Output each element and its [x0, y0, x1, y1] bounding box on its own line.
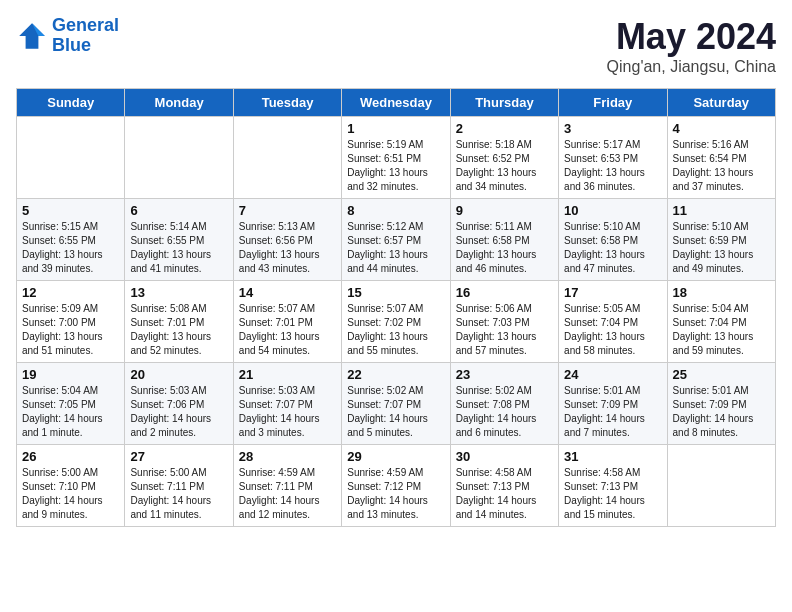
- calendar-day-cell: 4Sunrise: 5:16 AM Sunset: 6:54 PM Daylig…: [667, 117, 775, 199]
- day-info: Sunrise: 5:10 AM Sunset: 6:58 PM Dayligh…: [564, 220, 661, 276]
- day-info: Sunrise: 5:07 AM Sunset: 7:01 PM Dayligh…: [239, 302, 336, 358]
- day-info: Sunrise: 5:12 AM Sunset: 6:57 PM Dayligh…: [347, 220, 444, 276]
- calendar-day-cell: 15Sunrise: 5:07 AM Sunset: 7:02 PM Dayli…: [342, 281, 450, 363]
- day-info: Sunrise: 5:16 AM Sunset: 6:54 PM Dayligh…: [673, 138, 770, 194]
- calendar-day-cell: 7Sunrise: 5:13 AM Sunset: 6:56 PM Daylig…: [233, 199, 341, 281]
- day-info: Sunrise: 5:18 AM Sunset: 6:52 PM Dayligh…: [456, 138, 553, 194]
- day-number: 26: [22, 449, 119, 464]
- calendar-day-cell: [125, 117, 233, 199]
- day-number: 25: [673, 367, 770, 382]
- day-info: Sunrise: 5:04 AM Sunset: 7:04 PM Dayligh…: [673, 302, 770, 358]
- calendar-day-cell: 26Sunrise: 5:00 AM Sunset: 7:10 PM Dayli…: [17, 445, 125, 527]
- day-number: 1: [347, 121, 444, 136]
- day-number: 12: [22, 285, 119, 300]
- day-info: Sunrise: 4:58 AM Sunset: 7:13 PM Dayligh…: [456, 466, 553, 522]
- calendar-day-cell: 27Sunrise: 5:00 AM Sunset: 7:11 PM Dayli…: [125, 445, 233, 527]
- day-number: 21: [239, 367, 336, 382]
- day-info: Sunrise: 5:03 AM Sunset: 7:06 PM Dayligh…: [130, 384, 227, 440]
- day-number: 9: [456, 203, 553, 218]
- calendar-day-cell: 12Sunrise: 5:09 AM Sunset: 7:00 PM Dayli…: [17, 281, 125, 363]
- calendar-day-cell: 9Sunrise: 5:11 AM Sunset: 6:58 PM Daylig…: [450, 199, 558, 281]
- day-info: Sunrise: 5:13 AM Sunset: 6:56 PM Dayligh…: [239, 220, 336, 276]
- day-info: Sunrise: 4:59 AM Sunset: 7:11 PM Dayligh…: [239, 466, 336, 522]
- day-info: Sunrise: 5:00 AM Sunset: 7:11 PM Dayligh…: [130, 466, 227, 522]
- day-info: Sunrise: 5:10 AM Sunset: 6:59 PM Dayligh…: [673, 220, 770, 276]
- day-number: 24: [564, 367, 661, 382]
- day-number: 15: [347, 285, 444, 300]
- day-number: 10: [564, 203, 661, 218]
- calendar-day-cell: 11Sunrise: 5:10 AM Sunset: 6:59 PM Dayli…: [667, 199, 775, 281]
- day-info: Sunrise: 5:06 AM Sunset: 7:03 PM Dayligh…: [456, 302, 553, 358]
- calendar-day-cell: 17Sunrise: 5:05 AM Sunset: 7:04 PM Dayli…: [559, 281, 667, 363]
- day-number: 23: [456, 367, 553, 382]
- day-number: 28: [239, 449, 336, 464]
- calendar-day-cell: 24Sunrise: 5:01 AM Sunset: 7:09 PM Dayli…: [559, 363, 667, 445]
- day-number: 27: [130, 449, 227, 464]
- calendar-week-row: 19Sunrise: 5:04 AM Sunset: 7:05 PM Dayli…: [17, 363, 776, 445]
- day-info: Sunrise: 5:01 AM Sunset: 7:09 PM Dayligh…: [673, 384, 770, 440]
- day-number: 17: [564, 285, 661, 300]
- calendar-day-cell: 6Sunrise: 5:14 AM Sunset: 6:55 PM Daylig…: [125, 199, 233, 281]
- logo: General Blue: [16, 16, 119, 56]
- subtitle: Qing'an, Jiangsu, China: [607, 58, 776, 76]
- day-info: Sunrise: 5:02 AM Sunset: 7:07 PM Dayligh…: [347, 384, 444, 440]
- calendar-day-cell: 18Sunrise: 5:04 AM Sunset: 7:04 PM Dayli…: [667, 281, 775, 363]
- day-info: Sunrise: 5:01 AM Sunset: 7:09 PM Dayligh…: [564, 384, 661, 440]
- calendar-header: SundayMondayTuesdayWednesdayThursdayFrid…: [17, 89, 776, 117]
- day-number: 20: [130, 367, 227, 382]
- day-info: Sunrise: 5:11 AM Sunset: 6:58 PM Dayligh…: [456, 220, 553, 276]
- day-number: 14: [239, 285, 336, 300]
- calendar-day-cell: 28Sunrise: 4:59 AM Sunset: 7:11 PM Dayli…: [233, 445, 341, 527]
- day-number: 16: [456, 285, 553, 300]
- calendar-day-cell: 21Sunrise: 5:03 AM Sunset: 7:07 PM Dayli…: [233, 363, 341, 445]
- day-number: 29: [347, 449, 444, 464]
- day-of-week-header: Thursday: [450, 89, 558, 117]
- calendar-day-cell: 19Sunrise: 5:04 AM Sunset: 7:05 PM Dayli…: [17, 363, 125, 445]
- day-info: Sunrise: 4:58 AM Sunset: 7:13 PM Dayligh…: [564, 466, 661, 522]
- page-header: General Blue May 2024 Qing'an, Jiangsu, …: [16, 16, 776, 76]
- day-of-week-header: Sunday: [17, 89, 125, 117]
- day-of-week-header: Saturday: [667, 89, 775, 117]
- calendar-day-cell: 16Sunrise: 5:06 AM Sunset: 7:03 PM Dayli…: [450, 281, 558, 363]
- calendar-day-cell: 13Sunrise: 5:08 AM Sunset: 7:01 PM Dayli…: [125, 281, 233, 363]
- logo-line2: Blue: [52, 35, 91, 55]
- day-info: Sunrise: 5:02 AM Sunset: 7:08 PM Dayligh…: [456, 384, 553, 440]
- logo-icon: [16, 20, 48, 52]
- calendar-week-row: 26Sunrise: 5:00 AM Sunset: 7:10 PM Dayli…: [17, 445, 776, 527]
- day-of-week-header: Friday: [559, 89, 667, 117]
- calendar-day-cell: 29Sunrise: 4:59 AM Sunset: 7:12 PM Dayli…: [342, 445, 450, 527]
- day-info: Sunrise: 5:15 AM Sunset: 6:55 PM Dayligh…: [22, 220, 119, 276]
- day-number: 11: [673, 203, 770, 218]
- day-number: 7: [239, 203, 336, 218]
- day-number: 3: [564, 121, 661, 136]
- calendar-day-cell: [667, 445, 775, 527]
- calendar-week-row: 1Sunrise: 5:19 AM Sunset: 6:51 PM Daylig…: [17, 117, 776, 199]
- calendar-day-cell: 5Sunrise: 5:15 AM Sunset: 6:55 PM Daylig…: [17, 199, 125, 281]
- calendar-day-cell: 25Sunrise: 5:01 AM Sunset: 7:09 PM Dayli…: [667, 363, 775, 445]
- day-info: Sunrise: 5:17 AM Sunset: 6:53 PM Dayligh…: [564, 138, 661, 194]
- day-number: 18: [673, 285, 770, 300]
- day-number: 2: [456, 121, 553, 136]
- calendar-day-cell: 8Sunrise: 5:12 AM Sunset: 6:57 PM Daylig…: [342, 199, 450, 281]
- day-info: Sunrise: 5:00 AM Sunset: 7:10 PM Dayligh…: [22, 466, 119, 522]
- calendar-header-row: SundayMondayTuesdayWednesdayThursdayFrid…: [17, 89, 776, 117]
- calendar-day-cell: 2Sunrise: 5:18 AM Sunset: 6:52 PM Daylig…: [450, 117, 558, 199]
- day-info: Sunrise: 5:07 AM Sunset: 7:02 PM Dayligh…: [347, 302, 444, 358]
- calendar-day-cell: 14Sunrise: 5:07 AM Sunset: 7:01 PM Dayli…: [233, 281, 341, 363]
- day-info: Sunrise: 5:03 AM Sunset: 7:07 PM Dayligh…: [239, 384, 336, 440]
- logo-text: General Blue: [52, 16, 119, 56]
- calendar-table: SundayMondayTuesdayWednesdayThursdayFrid…: [16, 88, 776, 527]
- calendar-day-cell: 10Sunrise: 5:10 AM Sunset: 6:58 PM Dayli…: [559, 199, 667, 281]
- day-number: 6: [130, 203, 227, 218]
- calendar-day-cell: [17, 117, 125, 199]
- day-number: 19: [22, 367, 119, 382]
- calendar-body: 1Sunrise: 5:19 AM Sunset: 6:51 PM Daylig…: [17, 117, 776, 527]
- main-title: May 2024: [607, 16, 776, 58]
- day-info: Sunrise: 5:08 AM Sunset: 7:01 PM Dayligh…: [130, 302, 227, 358]
- day-of-week-header: Wednesday: [342, 89, 450, 117]
- day-of-week-header: Tuesday: [233, 89, 341, 117]
- day-info: Sunrise: 5:14 AM Sunset: 6:55 PM Dayligh…: [130, 220, 227, 276]
- calendar-day-cell: [233, 117, 341, 199]
- day-number: 31: [564, 449, 661, 464]
- calendar-day-cell: 30Sunrise: 4:58 AM Sunset: 7:13 PM Dayli…: [450, 445, 558, 527]
